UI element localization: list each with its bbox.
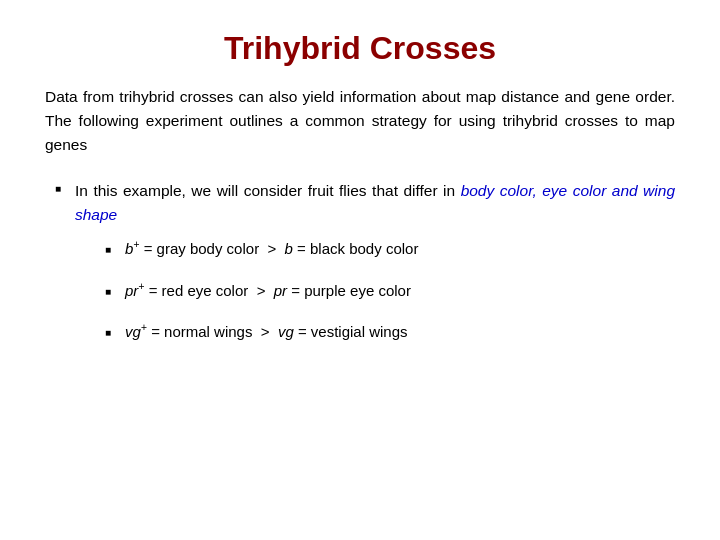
gene-vg-plus: vg+ [125, 323, 147, 340]
desc-vg: = vestigial wings [294, 323, 408, 340]
gene-b-plus: b+ [125, 240, 139, 257]
slide-title: Trihybrid Crosses [45, 30, 675, 67]
desc-pr: = purple eye color [287, 282, 411, 299]
main-bullet-content: In this example, we will consider fruit … [75, 179, 675, 362]
gene-b: b [285, 240, 293, 257]
gene-vg: vg [278, 323, 294, 340]
bullet-plain-text: In this example, we will consider fruit … [75, 182, 461, 199]
desc-vg-plus: = normal wings > [147, 323, 278, 340]
sub-bullet-3: ■ vg+ = normal wings > vg = vestigial wi… [105, 320, 675, 344]
sub-bullet-marker-3: ■ [105, 325, 119, 341]
sub-bullet-content-3: vg+ = normal wings > vg = vestigial wing… [125, 320, 408, 344]
main-bullet: ■ In this example, we will consider frui… [45, 179, 675, 362]
sub-bullet-content-1: b+ = gray body color > b = black body co… [125, 237, 418, 261]
gene-pr-plus: pr+ [125, 282, 144, 299]
sub-bullet-2: ■ pr+ = red eye color > pr = purple eye … [105, 279, 675, 303]
slide-container: Trihybrid Crosses Data from trihybrid cr… [0, 0, 720, 540]
sub-bullet-marker-1: ■ [105, 242, 119, 258]
sub-bullet-marker-2: ■ [105, 284, 119, 300]
sub-bullets-container: ■ b+ = gray body color > b = black body … [75, 237, 675, 344]
gene-pr: pr [274, 282, 287, 299]
sub-bullet-content-2: pr+ = red eye color > pr = purple eye co… [125, 279, 411, 303]
bullet-marker-1: ■ [55, 183, 69, 194]
desc-pr-plus: = red eye color > [144, 282, 273, 299]
sub-bullet-1: ■ b+ = gray body color > b = black body … [105, 237, 675, 261]
desc-b-plus: = gray body color > [139, 240, 284, 257]
intro-paragraph: Data from trihybrid crosses can also yie… [45, 85, 675, 157]
desc-b: = black body color [293, 240, 419, 257]
